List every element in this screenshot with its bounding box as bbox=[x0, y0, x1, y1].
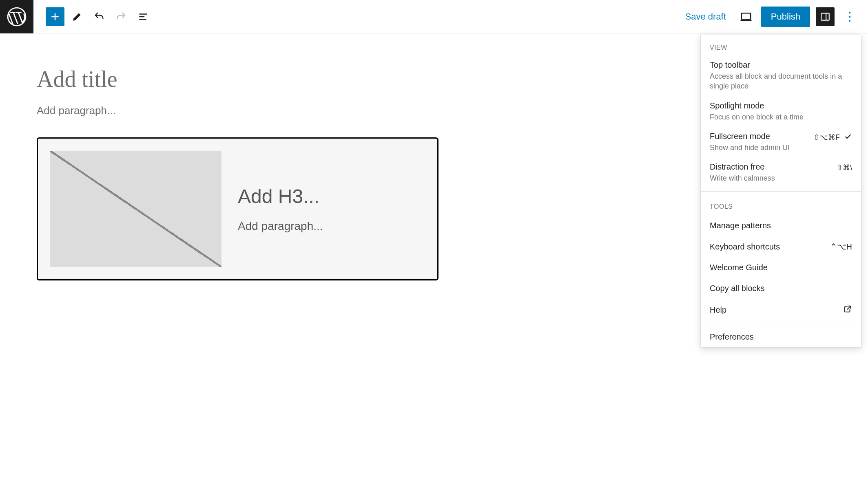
save-draft-button[interactable]: Save draft bbox=[680, 8, 731, 25]
menu-separator bbox=[701, 324, 861, 324]
menu-item-manage-patterns[interactable]: Manage patterns bbox=[701, 215, 861, 236]
editor-top-toolbar: Save draft Publish bbox=[0, 0, 868, 33]
svg-point-4 bbox=[849, 15, 850, 17]
undo-button[interactable] bbox=[90, 7, 108, 26]
menu-item-preferences[interactable]: Preferences bbox=[701, 327, 861, 347]
preview-button[interactable] bbox=[737, 7, 755, 26]
options-dropdown-menu: VIEW Top toolbar Access all block and do… bbox=[700, 35, 861, 348]
image-placeholder-icon[interactable] bbox=[50, 151, 221, 267]
paragraph-block-inner[interactable]: Add paragraph... bbox=[238, 220, 425, 233]
tools-section-label: TOOLS bbox=[701, 194, 861, 215]
menu-item-copy-all-blocks[interactable]: Copy all blocks bbox=[701, 278, 861, 299]
media-text-content: Add H3... Add paragraph... bbox=[238, 185, 425, 233]
block-inserter-button[interactable] bbox=[46, 7, 64, 26]
svg-rect-2 bbox=[821, 13, 829, 20]
svg-point-3 bbox=[849, 11, 850, 13]
view-section-label: VIEW bbox=[701, 35, 861, 56]
tools-pencil-button[interactable] bbox=[68, 7, 86, 26]
publish-button[interactable]: Publish bbox=[761, 7, 810, 27]
svg-rect-1 bbox=[742, 13, 751, 19]
redo-button[interactable] bbox=[112, 7, 131, 26]
check-icon bbox=[844, 132, 852, 143]
menu-item-top-toolbar[interactable]: Top toolbar Access all block and documen… bbox=[701, 56, 861, 97]
shortcut-label: ⌃⌥H bbox=[830, 242, 852, 252]
menu-item-spotlight-mode[interactable]: Spotlight mode Focus on one block at a t… bbox=[701, 97, 861, 128]
settings-sidebar-toggle[interactable] bbox=[816, 7, 835, 26]
wordpress-logo-icon[interactable] bbox=[0, 0, 33, 33]
menu-item-distraction-free[interactable]: Distraction free Write with calmness ⇧⌘\ bbox=[701, 158, 861, 189]
document-overview-button[interactable] bbox=[134, 7, 153, 26]
options-menu-button[interactable] bbox=[840, 7, 859, 26]
shortcut-label: ⇧⌘\ bbox=[837, 163, 852, 172]
heading-block[interactable]: Add H3... bbox=[238, 185, 425, 207]
menu-item-help[interactable]: Help bbox=[701, 299, 861, 321]
right-toolbar: Save draft Publish bbox=[680, 7, 868, 27]
menu-item-welcome-guide[interactable]: Welcome Guide bbox=[701, 257, 861, 278]
left-toolbar bbox=[33, 7, 153, 26]
media-text-block[interactable]: Add H3... Add paragraph... bbox=[37, 137, 438, 280]
svg-point-5 bbox=[849, 20, 850, 21]
shortcut-label: ⇧⌥⌘F bbox=[813, 133, 840, 142]
menu-item-fullscreen-mode[interactable]: Fullscreen mode Show and hide admin UI ⇧… bbox=[701, 128, 861, 158]
menu-item-keyboard-shortcuts[interactable]: Keyboard shortcuts ⌃⌥H bbox=[701, 236, 861, 257]
external-link-icon bbox=[843, 305, 852, 316]
menu-separator bbox=[701, 191, 861, 192]
